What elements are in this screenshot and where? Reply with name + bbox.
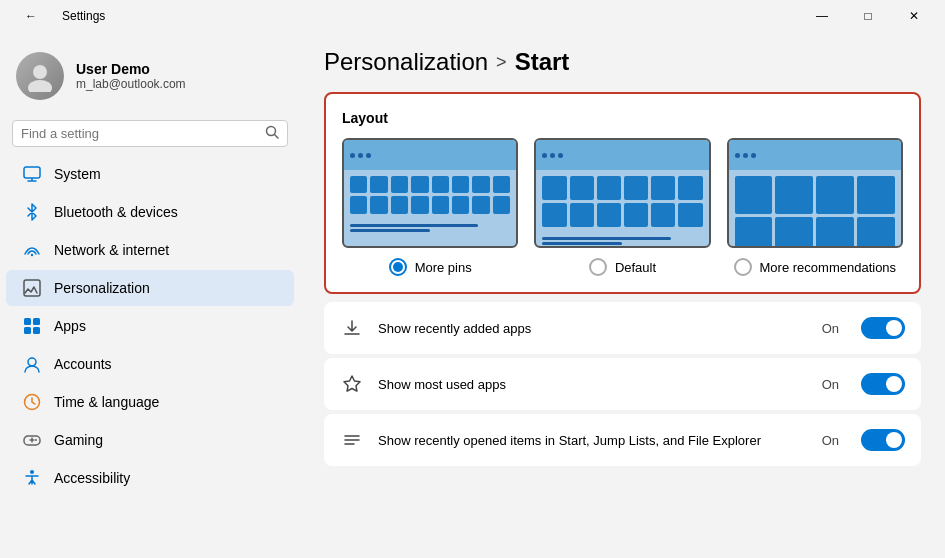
preview-cell: [775, 217, 813, 248]
preview-top-bar: [729, 140, 901, 170]
sidebar-item-network[interactable]: Network & internet: [6, 232, 294, 268]
breadcrumb: Personalization > Start: [324, 48, 921, 76]
preview-grid: [344, 170, 516, 220]
preview-cell: [775, 176, 813, 214]
sidebar-item-system[interactable]: System: [6, 156, 294, 192]
toggle-most-used[interactable]: [861, 373, 905, 395]
preview-cell: [472, 176, 489, 193]
titlebar: ← Settings — □ ✕: [0, 0, 945, 32]
sidebar-item-personalization-label: Personalization: [54, 280, 150, 296]
sidebar-item-bluetooth[interactable]: Bluetooth & devices: [6, 194, 294, 230]
layout-preview-default: [534, 138, 710, 248]
svg-point-1: [28, 80, 52, 92]
sidebar-item-accessibility-label: Accessibility: [54, 470, 130, 486]
user-name: User Demo: [76, 61, 186, 77]
radio-default[interactable]: [589, 258, 607, 276]
layout-option-more-pins[interactable]: More pins: [342, 138, 518, 276]
breadcrumb-parent[interactable]: Personalization: [324, 48, 488, 76]
search-input[interactable]: [21, 126, 259, 141]
preview-cell: [735, 176, 773, 214]
svg-rect-11: [24, 327, 31, 334]
accessibility-icon: [22, 468, 42, 488]
sidebar-item-gaming-label: Gaming: [54, 432, 103, 448]
back-button[interactable]: ←: [8, 0, 54, 32]
preview-cell: [624, 176, 648, 200]
preview-line-short: [542, 242, 622, 245]
gaming-icon: [22, 430, 42, 450]
setting-label-recently-opened: Show recently opened items in Start, Jum…: [378, 433, 808, 448]
preview-dot: [558, 153, 563, 158]
svg-line-3: [275, 135, 279, 139]
radio-more-pins[interactable]: [389, 258, 407, 276]
preview-top-bar: [536, 140, 708, 170]
radio-row-default: Default: [589, 258, 656, 276]
sidebar-item-personalization[interactable]: Personalization: [6, 270, 294, 306]
preview-line-short: [350, 229, 430, 232]
preview-cell: [857, 176, 895, 214]
sidebar-item-gaming[interactable]: Gaming: [6, 422, 294, 458]
preview-line: [350, 224, 478, 227]
svg-rect-8: [24, 280, 40, 296]
maximize-button[interactable]: □: [845, 0, 891, 32]
svg-point-7: [31, 254, 33, 256]
radio-more-rec[interactable]: [734, 258, 752, 276]
preview-cell: [678, 203, 702, 227]
setting-label-recently-added: Show recently added apps: [378, 321, 808, 336]
preview-cell: [391, 176, 408, 193]
search-box[interactable]: [12, 120, 288, 147]
setting-label-most-used: Show most used apps: [378, 377, 808, 392]
preview-grid: [729, 170, 901, 248]
svg-point-18: [35, 439, 37, 441]
preview-cell: [570, 176, 594, 200]
titlebar-left: ← Settings: [8, 0, 105, 32]
preview-dot: [735, 153, 740, 158]
preview-cell: [432, 196, 449, 213]
setting-status-most-used: On: [822, 377, 839, 392]
preview-dot: [751, 153, 756, 158]
sidebar-item-accounts[interactable]: Accounts: [6, 346, 294, 382]
layout-card: Layout: [324, 92, 921, 294]
preview-cell: [452, 196, 469, 213]
preview-cell: [542, 203, 566, 227]
preview-dot: [550, 153, 555, 158]
preview-cell: [651, 176, 675, 200]
preview-dot: [743, 153, 748, 158]
user-silhouette-icon: [24, 60, 56, 92]
preview-cell: [350, 176, 367, 193]
preview-cell: [542, 176, 566, 200]
close-button[interactable]: ✕: [891, 0, 937, 32]
svg-point-19: [30, 470, 34, 474]
preview-rec-lines: [344, 220, 516, 236]
user-profile[interactable]: User Demo m_lab@outlook.com: [0, 40, 300, 116]
preview-cell: [493, 176, 510, 193]
radio-row-more-pins: More pins: [389, 258, 472, 276]
sidebar-item-system-label: System: [54, 166, 101, 182]
radio-label-default: Default: [615, 260, 656, 275]
sidebar-item-accessibility[interactable]: Accessibility: [6, 460, 294, 496]
system-icon: [22, 164, 42, 184]
preview-cell: [735, 217, 773, 248]
sidebar-item-time[interactable]: Time & language: [6, 384, 294, 420]
layout-option-more-rec[interactable]: More recommendations: [727, 138, 903, 276]
preview-cell: [370, 176, 387, 193]
preview-cell: [370, 196, 387, 213]
svg-point-13: [28, 358, 36, 366]
setting-status-recently-added: On: [822, 321, 839, 336]
preview-line: [542, 247, 670, 248]
toggle-recently-opened[interactable]: [861, 429, 905, 451]
sidebar-item-time-label: Time & language: [54, 394, 159, 410]
preview-cell: [350, 196, 367, 213]
time-icon: [22, 392, 42, 412]
sidebar-item-apps-label: Apps: [54, 318, 86, 334]
minimize-button[interactable]: —: [799, 0, 845, 32]
personalization-icon: [22, 278, 42, 298]
setting-row-recently-opened: Show recently opened items in Start, Jum…: [324, 414, 921, 466]
breadcrumb-current: Start: [515, 48, 570, 76]
star-icon: [340, 372, 364, 396]
svg-rect-4: [24, 167, 40, 178]
avatar: [16, 52, 64, 100]
toggle-recently-added[interactable]: [861, 317, 905, 339]
sidebar-item-apps[interactable]: Apps: [6, 308, 294, 344]
user-email: m_lab@outlook.com: [76, 77, 186, 91]
layout-option-default[interactable]: Default: [534, 138, 710, 276]
